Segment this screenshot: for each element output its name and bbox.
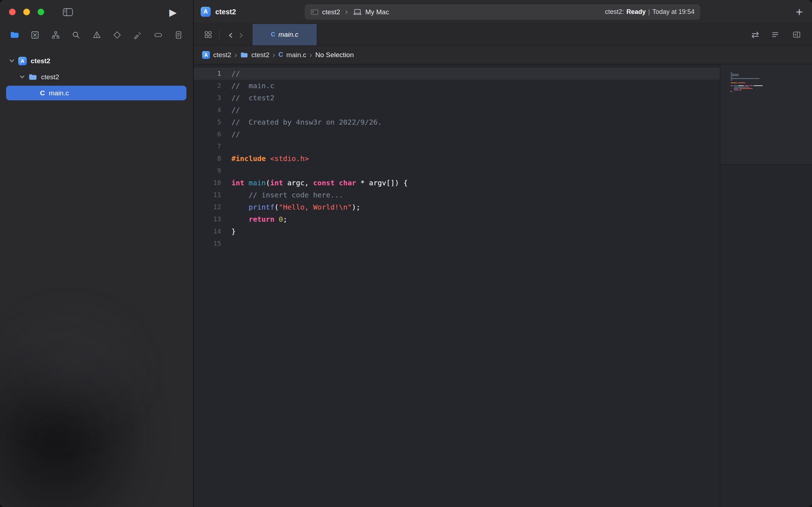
disclosure-chevron-icon[interactable] — [20, 75, 25, 79]
minimap-row — [731, 81, 763, 82]
minimap[interactable] — [720, 64, 812, 507]
code-text[interactable]: // Created by 4nsw3r on 2022/9/26. — [221, 116, 382, 128]
jumpbar-item-file[interactable]: C main.c — [279, 51, 306, 59]
code-text[interactable] — [221, 140, 231, 152]
line-number[interactable]: 1 — [194, 67, 221, 80]
run-button[interactable]: ▶ — [169, 7, 177, 17]
code-line[interactable]: 1// — [194, 67, 720, 80]
code-text[interactable]: // insert code here... — [221, 189, 343, 201]
selection-highlight — [6, 86, 186, 100]
report-navigator-button[interactable] — [173, 30, 184, 40]
code-text[interactable]: // ctest2 — [221, 92, 274, 104]
code-line[interactable]: 10int main(int argc, const char * argv[]… — [194, 177, 720, 189]
line-number[interactable]: 3 — [194, 92, 221, 104]
minimize-button[interactable] — [23, 9, 30, 15]
code-line[interactable]: 5// Created by 4nsw3r on 2022/9/26. — [194, 116, 720, 128]
add-editor-button[interactable] — [791, 29, 802, 40]
wallpaper-blur — [0, 321, 154, 507]
code-text[interactable]: // — [221, 67, 240, 80]
scheme-selector[interactable]: ctest2 — [310, 8, 340, 16]
line-number[interactable]: 13 — [194, 213, 221, 225]
build-status[interactable]: ctest2: Ready | Today at 19:54 — [605, 8, 695, 16]
scheme-name: ctest2 — [322, 8, 340, 16]
code-line[interactable]: 15 — [194, 237, 720, 250]
folder-icon — [240, 52, 248, 58]
line-number[interactable]: 9 — [194, 165, 221, 177]
line-number[interactable]: 2 — [194, 80, 221, 92]
code-line[interactable]: 13 return 0; — [194, 213, 720, 225]
line-number[interactable]: 11 — [194, 189, 221, 201]
code-token: <stdio.h> — [270, 154, 309, 163]
library-button[interactable]: + — [796, 6, 803, 18]
forward-button[interactable]: › — [236, 29, 247, 41]
code-text[interactable]: int main(int argc, const char * argv[]) … — [221, 177, 408, 189]
outline-row-project[interactable]: A ctest2 — [0, 53, 193, 69]
find-navigator-button[interactable] — [71, 30, 81, 40]
jumpbar-item-group[interactable]: ctest2 — [240, 51, 270, 59]
line-number[interactable]: 12 — [194, 201, 221, 213]
line-number[interactable]: 8 — [194, 152, 221, 165]
disclosure-chevron-icon[interactable] — [9, 59, 14, 62]
code-line[interactable]: 7 — [194, 140, 720, 152]
jumpbar-item-project[interactable]: A ctest2 — [202, 51, 231, 59]
code-line[interactable]: 8#include <stdio.h> — [194, 152, 720, 165]
swap-editors-button[interactable]: ⇄ — [751, 30, 759, 39]
symbol-navigator-button[interactable] — [50, 30, 61, 40]
code-token: int — [270, 179, 283, 187]
code-lines[interactable]: 1//2// main.c3// ctest24//5// Created by… — [194, 64, 720, 507]
editor-options-button[interactable] — [770, 29, 781, 40]
zoom-button[interactable] — [37, 9, 44, 15]
scheme-icon — [310, 9, 319, 16]
code-text[interactable]: printf("Hello, World!\n"); — [221, 201, 360, 213]
code-text[interactable]: // main.c — [221, 80, 274, 92]
code-text[interactable]: return 0; — [221, 213, 287, 225]
tab-overview-button[interactable] — [203, 29, 214, 40]
jumpbar-item-selection[interactable]: No Selection — [315, 51, 354, 59]
code-text[interactable]: // — [221, 104, 240, 116]
code-text[interactable]: // — [221, 128, 240, 140]
destination-selector[interactable]: My Mac — [353, 8, 389, 16]
xmark-square-icon — [31, 31, 39, 39]
tab-main-c[interactable]: C main.c — [252, 24, 317, 45]
code-line[interactable]: 14} — [194, 225, 720, 237]
line-number[interactable]: 4 — [194, 104, 221, 116]
code-line[interactable]: 11 // insert code here... — [194, 189, 720, 201]
line-number[interactable]: 15 — [194, 237, 221, 250]
back-button[interactable]: ‹ — [225, 29, 236, 41]
minimap-row — [731, 92, 763, 93]
main-toolbar: A ctest2 ctest2 › — [194, 0, 812, 24]
code-line[interactable]: 3// ctest2 — [194, 92, 720, 104]
test-navigator-button[interactable] — [112, 30, 122, 40]
code-line[interactable]: 9 — [194, 165, 720, 177]
minimap-segment — [734, 88, 738, 89]
line-number[interactable]: 14 — [194, 225, 221, 237]
code-line[interactable]: 12 printf("Hello, World!\n"); — [194, 201, 720, 213]
outline-row-group[interactable]: ctest2 — [0, 69, 193, 85]
line-number[interactable]: 10 — [194, 177, 221, 189]
source-control-navigator-button[interactable] — [30, 30, 40, 40]
minimap-row — [731, 88, 763, 89]
code-text[interactable] — [221, 237, 231, 250]
code-token: #include — [231, 154, 266, 163]
close-button[interactable] — [9, 9, 16, 15]
breadcrumb-separator: › — [344, 8, 349, 16]
sidebar-toggle-button[interactable] — [63, 8, 73, 16]
code-line[interactable]: 4// — [194, 104, 720, 116]
debug-navigator-button[interactable] — [132, 30, 143, 40]
project-navigator-button[interactable] — [9, 30, 20, 40]
code-text[interactable] — [221, 165, 231, 177]
line-number[interactable]: 6 — [194, 128, 221, 140]
status-project: ctest2: — [605, 8, 624, 16]
outline-row-main-c[interactable]: C main.c — [0, 85, 193, 101]
breakpoint-navigator-button[interactable] — [153, 30, 164, 40]
code-line[interactable]: 2// main.c — [194, 80, 720, 92]
code-line[interactable]: 6// — [194, 128, 720, 140]
code-token: ( — [274, 203, 279, 211]
code-text[interactable]: } — [221, 225, 236, 237]
line-number[interactable]: 7 — [194, 140, 221, 152]
laptop-icon — [353, 9, 362, 16]
wallpaper-blur-light — [0, 300, 150, 443]
code-text[interactable]: #include <stdio.h> — [221, 152, 309, 165]
line-number[interactable]: 5 — [194, 116, 221, 128]
issue-navigator-button[interactable] — [91, 30, 102, 40]
